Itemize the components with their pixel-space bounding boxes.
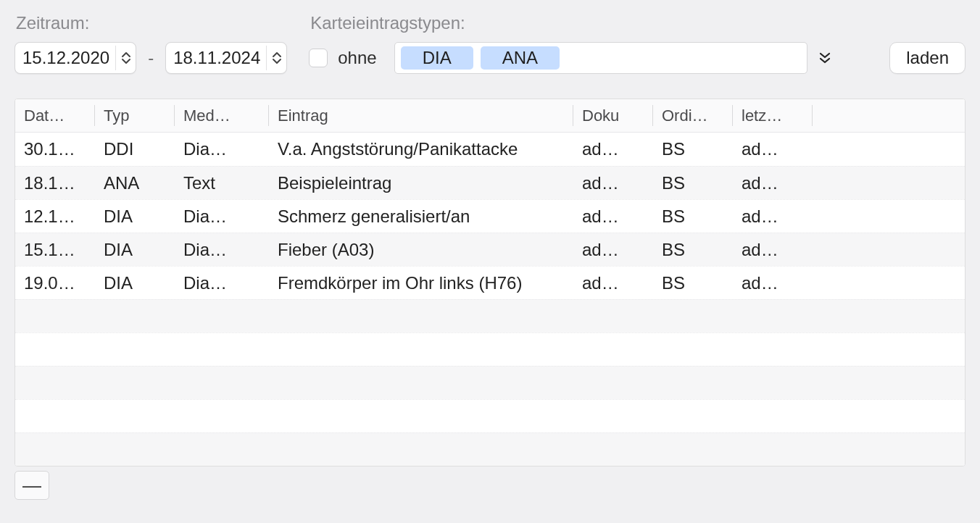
table-row-empty — [15, 332, 965, 366]
cell-spacer — [813, 233, 965, 266]
cell-date: 30.1… — [15, 133, 95, 166]
types-group: Karteieintragstypen: ohne DIA ANA laden — [309, 13, 966, 74]
cell-letz: ad… — [733, 233, 813, 266]
cell-empty — [15, 367, 95, 399]
cell-empty — [15, 300, 95, 332]
cell-empty — [15, 400, 95, 432]
types-expand-button[interactable] — [815, 42, 835, 74]
cell-letz: ad… — [733, 200, 813, 233]
table-row[interactable]: 15.1…DIADia…Fieber (A03)ad…BSad… — [15, 233, 965, 266]
cell-empty — [573, 333, 653, 366]
cell-empty — [733, 333, 813, 366]
types-tag-input[interactable]: DIA ANA — [394, 42, 807, 74]
cell-empty — [653, 367, 733, 399]
col-date[interactable]: Dat… — [15, 99, 95, 132]
cell-empty — [733, 400, 813, 432]
app-root: Zeitraum: 15.12.2020 - 18.11.2024 — [0, 0, 980, 507]
cell-typ: ANA — [95, 167, 175, 199]
minus-icon: — — [22, 474, 41, 497]
cell-doku: ad… — [573, 133, 653, 166]
types-row: ohne DIA ANA laden — [309, 42, 966, 74]
cell-empty — [573, 300, 653, 332]
cell-date: 19.0… — [15, 267, 95, 299]
cell-empty — [733, 300, 813, 332]
cell-typ: DIA — [95, 233, 175, 266]
col-med[interactable]: Med… — [175, 99, 269, 132]
cell-empty — [95, 367, 175, 399]
cell-empty — [175, 300, 269, 332]
table-row[interactable]: 19.0…DIADia…Fremdkörper im Ohr links (H7… — [15, 266, 965, 299]
double-chevron-down-icon — [818, 51, 831, 65]
cell-empty — [813, 367, 965, 399]
table-row-empty — [15, 299, 965, 332]
cell-empty — [269, 367, 573, 399]
cell-empty — [653, 300, 733, 332]
load-button[interactable]: laden — [889, 42, 966, 74]
col-letz[interactable]: letz… — [733, 99, 813, 132]
cell-eintrag: Fieber (A03) — [269, 233, 573, 266]
table-row-empty — [15, 399, 965, 432]
cell-empty — [813, 300, 965, 332]
cell-empty — [269, 333, 573, 366]
cell-empty — [813, 333, 965, 366]
date-separator: - — [144, 48, 158, 68]
cell-eintrag: V.a. Angststörung/Panikattacke — [269, 133, 573, 166]
cell-spacer — [813, 200, 965, 233]
date-from-input[interactable]: 15.12.2020 — [14, 42, 136, 74]
cell-empty — [813, 433, 965, 466]
table-footer: — — [14, 471, 966, 500]
cell-empty — [15, 433, 95, 466]
cell-ordi: BS — [653, 233, 733, 266]
date-from-stepper[interactable] — [115, 46, 133, 70]
col-typ[interactable]: Typ — [95, 99, 175, 132]
table-row-empty — [15, 432, 965, 466]
cell-med: Dia… — [175, 200, 269, 233]
load-button-label: laden — [906, 48, 949, 68]
cell-empty — [175, 367, 269, 399]
cell-empty — [95, 300, 175, 332]
cell-ordi: BS — [653, 267, 733, 299]
remove-row-button[interactable]: — — [14, 471, 49, 500]
col-ordi[interactable]: Ordi… — [653, 99, 733, 132]
date-from-value: 15.12.2020 — [22, 48, 112, 68]
types-label: Karteieintragstypen: — [310, 13, 966, 33]
cell-empty — [733, 367, 813, 399]
cell-ordi: BS — [653, 200, 733, 233]
cell-empty — [175, 400, 269, 432]
chevron-down-icon — [272, 58, 282, 64]
cell-empty — [269, 400, 573, 432]
table-row[interactable]: 18.1…ANATextBeispieleintragad…BSad… — [15, 166, 965, 199]
type-tag[interactable]: ANA — [481, 46, 560, 70]
chevron-up-icon — [272, 51, 282, 58]
date-to-value: 18.11.2024 — [173, 48, 263, 68]
table-row[interactable]: 12.1…DIADia…Schmerz generalisiert/anad…B… — [15, 199, 965, 233]
zeitraum-group: Zeitraum: 15.12.2020 - 18.11.2024 — [14, 13, 287, 74]
cell-typ: DDI — [95, 133, 175, 166]
table-row-empty — [15, 366, 965, 399]
table-body: 30.1…DDIDia…V.a. Angststörung/Panikattac… — [15, 133, 965, 466]
cell-empty — [573, 367, 653, 399]
cell-doku: ad… — [573, 233, 653, 266]
cell-letz: ad… — [733, 267, 813, 299]
cell-typ: DIA — [95, 267, 175, 299]
date-to-stepper[interactable] — [266, 46, 283, 70]
col-eintrag[interactable]: Eintrag — [269, 99, 573, 132]
cell-empty — [813, 400, 965, 432]
chevron-down-icon — [121, 58, 131, 64]
type-tag[interactable]: DIA — [401, 46, 473, 70]
chevron-up-icon — [121, 51, 131, 58]
ohne-checkbox[interactable] — [309, 49, 328, 67]
table-row[interactable]: 30.1…DDIDia…V.a. Angststörung/Panikattac… — [15, 133, 965, 166]
cell-med: Dia… — [175, 133, 269, 166]
col-doku[interactable]: Doku — [573, 99, 653, 132]
cell-empty — [95, 400, 175, 432]
cell-date: 15.1… — [15, 233, 95, 266]
cell-letz: ad… — [733, 167, 813, 199]
table-header-row: Dat… Typ Med… Eintrag Doku Ordi… letz… — [15, 99, 965, 133]
date-to-input[interactable]: 18.11.2024 — [165, 42, 287, 74]
cell-typ: DIA — [95, 200, 175, 233]
cell-letz: ad… — [733, 133, 813, 166]
cell-empty — [95, 433, 175, 466]
zeitraum-row: 15.12.2020 - 18.11.2024 — [14, 42, 287, 74]
cell-empty — [269, 433, 573, 466]
